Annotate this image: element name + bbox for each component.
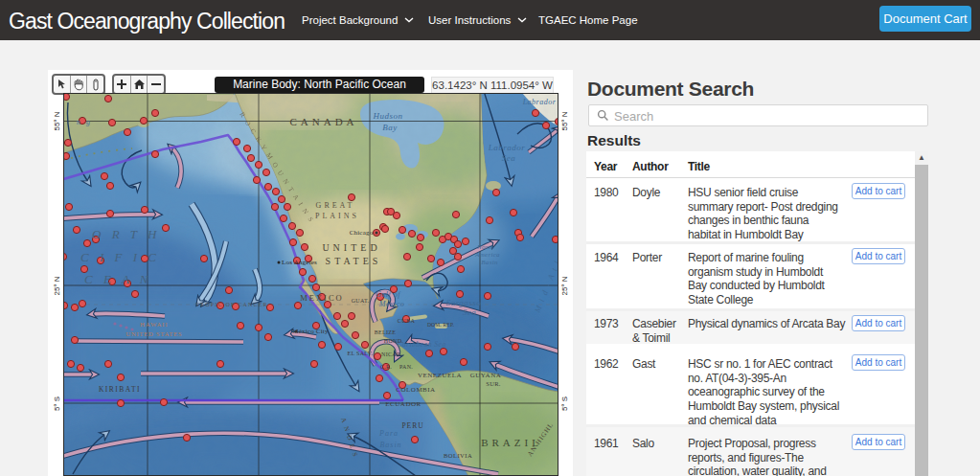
svg-text:BELIZE: BELIZE [375, 329, 396, 335]
svg-text:C E A N: C E A N [84, 272, 152, 286]
svg-text:EL SALV.: EL SALV. [348, 351, 374, 356]
svg-text:North: North [476, 243, 494, 251]
svg-text:Basin: Basin [379, 441, 401, 449]
svg-text:UNITED STATES: UNITED STATES [126, 330, 183, 337]
svg-text:DOM. REP.: DOM. REP. [427, 322, 455, 328]
svg-text:SUR.: SUR. [486, 380, 501, 387]
svg-text:Labrador: Labrador [522, 98, 557, 106]
svg-text:Basin: Basin [481, 259, 498, 266]
svg-text:Sea: Sea [502, 153, 516, 163]
svg-text:STATES: STATES [326, 256, 382, 266]
svg-text:Labrador: Labrador [488, 143, 526, 152]
svg-text:PERU: PERU [401, 421, 423, 430]
svg-text:Los Angeles: Los Angeles [282, 259, 317, 266]
svg-text:n g: n g [77, 118, 92, 126]
svg-text:COLOMBIA: COLOMBIA [396, 386, 435, 394]
svg-text:MEXICO: MEXICO [300, 293, 344, 303]
svg-text:CUBA: CUBA [398, 318, 416, 324]
svg-text:ECUADOR: ECUADOR [385, 400, 421, 408]
svg-text:Para: Para [378, 429, 399, 438]
svg-text:HAWAII: HAWAII [140, 321, 168, 328]
svg-text:PLAINS: PLAINS [315, 212, 359, 220]
svg-text:Hudson: Hudson [372, 111, 402, 121]
svg-text:C.R.: C.R. [380, 364, 392, 370]
svg-text:C I F I C: C I F I C [80, 250, 160, 264]
svg-text:GUAT.: GUAT. [352, 298, 370, 304]
svg-text:Gulf of: Gulf of [376, 290, 401, 299]
svg-text:KIRIBATI: KIRIBATI [99, 385, 141, 394]
svg-text:NICAR.: NICAR. [381, 351, 402, 357]
svg-text:México City: México City [292, 328, 329, 335]
svg-text:TROPIC OF CANCER: TROPIC OF CANCER [195, 302, 268, 307]
svg-text:VENEZUELA: VENEZUELA [418, 372, 462, 379]
svg-text:Sargasso: Sargasso [446, 298, 482, 307]
svg-text:GREAT: GREAT [316, 201, 355, 210]
svg-text:Sea: Sea [463, 307, 477, 317]
svg-text:Caribbean Sea: Caribbean Sea [397, 340, 445, 349]
svg-text:Mexico: Mexico [378, 300, 405, 308]
svg-text:Chicago: Chicago [350, 229, 374, 237]
svg-text:CANADA: CANADA [289, 116, 357, 127]
svg-text:O R T H: O R T H [92, 227, 160, 241]
svg-text:Bay: Bay [382, 123, 398, 132]
svg-text:America: America [474, 251, 500, 259]
svg-text:PAN.: PAN. [399, 364, 413, 370]
svg-text:GUYANA: GUYANA [470, 372, 502, 379]
svg-text:BOLIVIA: BOLIVIA [444, 452, 472, 459]
svg-text:HOND.: HOND. [384, 338, 404, 344]
svg-text:UNITED: UNITED [322, 242, 380, 253]
